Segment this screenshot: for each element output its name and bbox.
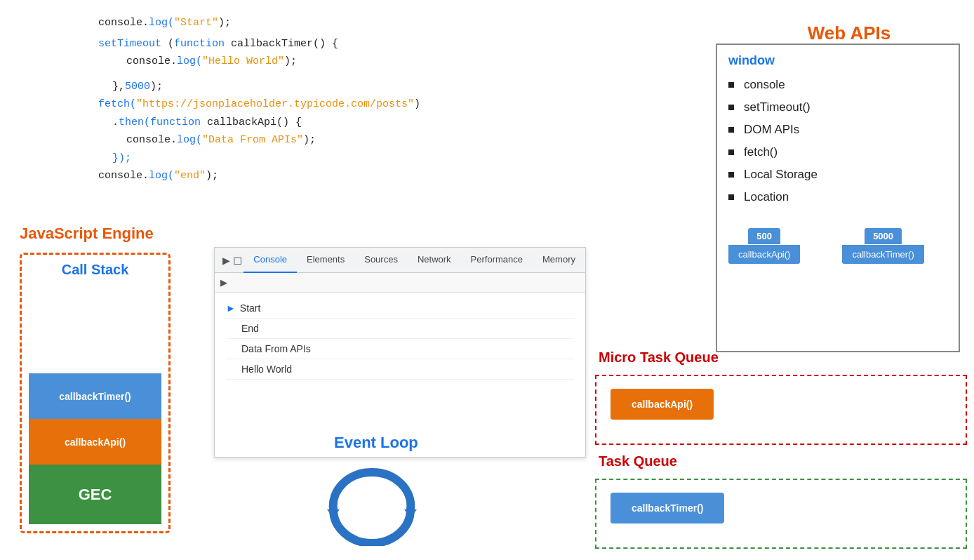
stack-bar-gec: GEC <box>29 465 161 524</box>
devtools-panel: ▶ ◻ Console Elements Sources Network Per… <box>214 247 586 458</box>
micro-task-queue-title: Micro Task Queue <box>599 349 719 366</box>
tab-network[interactable]: Network <box>408 248 461 273</box>
web-apis-item-localstorage: Local Storage <box>717 164 959 186</box>
callback-chip-callbackapi: 500 callbackApi() <box>728 228 800 264</box>
task-queue-box: callbackTimer() <box>595 479 967 549</box>
code-line-8: }); <box>98 149 420 168</box>
bullet-icon <box>728 194 734 200</box>
call-stack-box: Call Stack callbackTimer() callbackApi()… <box>20 253 171 533</box>
devtools-tabs: ▶ ◻ Console Elements Sources Network Per… <box>215 248 585 273</box>
console-text-hello: Hello World <box>241 364 292 375</box>
chip-label-callbacktimer: callbackTimer() <box>842 245 923 264</box>
code-line-9: console.log("end"); <box>98 167 420 185</box>
tab-console[interactable]: Console <box>244 248 297 273</box>
bullet-icon <box>728 149 734 155</box>
tab-sources[interactable]: Sources <box>354 248 408 273</box>
chip-num-500: 500 <box>748 228 780 244</box>
tab-elements[interactable]: Elements <box>297 248 354 273</box>
code-line-3: console.log("Hello World"); <box>98 53 420 71</box>
chip-num-5000: 5000 <box>865 228 902 244</box>
callback-chip-callbacktimer: 5000 callbackTimer() <box>842 228 923 264</box>
web-apis-item-domapis: DOM APIs <box>717 119 959 141</box>
task-queue-title: Task Queue <box>599 453 677 469</box>
web-apis-callbacks: 500 callbackApi() 5000 callbackTimer() <box>717 215 959 264</box>
task-queue-chip-callbacktimer: callbackTimer() <box>611 493 724 524</box>
chip-label-callbackapi: callbackApi() <box>728 245 800 264</box>
event-loop-label: Event Loop <box>334 434 418 452</box>
code-section: console.log("Start"); setTimeout (functi… <box>98 14 420 185</box>
devtools-console-body: ► Start End Data From APIs Hello World <box>215 293 585 385</box>
web-apis-window-label: window <box>728 53 947 68</box>
code-line-blank <box>98 71 420 78</box>
console-line-start: ► Start <box>226 298 574 319</box>
code-line-7: console.log("Data From APIs"); <box>98 131 420 149</box>
code-line-1: console.log("Start"); <box>98 14 420 32</box>
console-line-hello-world: Hello World <box>226 359 574 380</box>
web-apis-item-settimeout: setTimeout() <box>717 96 959 119</box>
micro-task-queue-box: callbackApi() <box>595 375 967 445</box>
web-apis-item-fetch: fetch() <box>717 141 959 164</box>
console-text-end: End <box>241 323 259 334</box>
console-text-start: Start <box>240 302 261 314</box>
bullet-icon <box>728 127 734 133</box>
code-line-2: setTimeout (function callbackTimer() { <box>98 35 420 53</box>
web-apis-item-console: console <box>717 74 959 96</box>
console-arrow-icon: ► <box>226 302 236 314</box>
bullet-icon <box>728 82 734 88</box>
console-line-end: End <box>226 319 574 339</box>
devtools-inspect-icon[interactable]: ◻ <box>232 248 244 273</box>
code-line-5: fetch("https://jsonplaceholder.typicode.… <box>98 95 420 114</box>
devtools-arrow-icon[interactable]: ▶ <box>220 277 227 288</box>
stack-bar-callbacktimer: callbackTimer() <box>29 373 161 419</box>
web-apis-title: Web APIs <box>744 22 954 44</box>
web-apis-item-location: Location <box>717 186 959 208</box>
console-text-data: Data From APIs <box>241 343 311 354</box>
tab-memory[interactable]: Memory <box>533 248 585 273</box>
stack-bar-area: callbackTimer() callbackApi() GEC <box>29 373 161 524</box>
call-stack-title: Call Stack <box>22 262 168 278</box>
event-loop-circle <box>321 462 423 546</box>
js-engine-title: JavaScript Engine <box>20 225 154 243</box>
tab-performance[interactable]: Performance <box>461 248 533 273</box>
devtools-pointer-icon[interactable]: ▶ <box>220 248 232 273</box>
web-apis-box: window console setTimeout() DOM APIs fet… <box>716 44 960 352</box>
micro-task-chip-callbackapi: callbackApi() <box>611 389 714 420</box>
bullet-icon <box>728 105 734 110</box>
stack-bar-callbackapi: callbackApi() <box>29 419 161 465</box>
bullet-icon <box>728 172 734 178</box>
code-line-4: },5000); <box>98 78 420 96</box>
console-line-data-from-apis: Data From APIs <box>226 339 574 359</box>
code-line-6: .then(function callbackApi() { <box>98 114 420 132</box>
